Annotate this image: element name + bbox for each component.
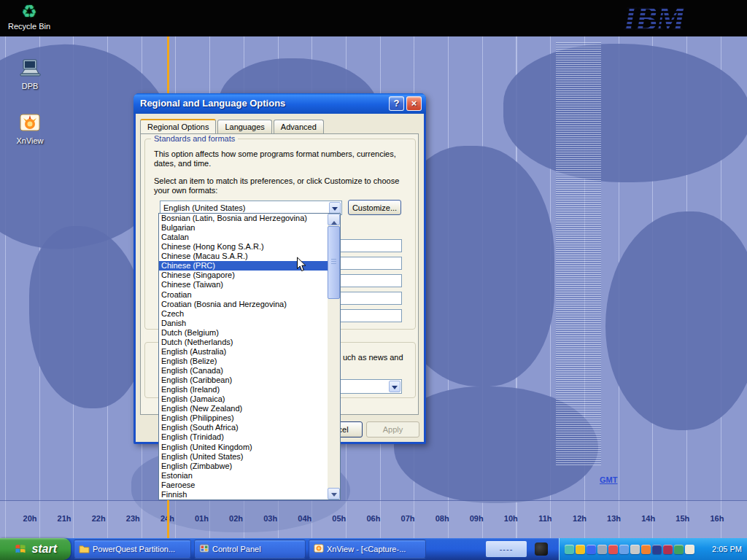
tab-strip: Regional Options Languages Advanced xyxy=(140,120,325,133)
locale-option[interactable]: English (United States) xyxy=(159,452,328,462)
locale-option[interactable]: English (Jamaica) xyxy=(159,394,328,404)
locale-option[interactable]: Bosnian (Latin, Bosnia and Herzegovina) xyxy=(159,214,328,223)
locale-option[interactable]: English (Ireland) xyxy=(159,385,328,394)
locale-option[interactable]: English (Canada) xyxy=(159,366,328,376)
scrollbar-down-button[interactable] xyxy=(328,488,340,499)
description-text: dates, and time. xyxy=(154,159,211,168)
group-title: Standards and formats xyxy=(151,134,238,143)
apply-button[interactable]: Apply xyxy=(366,421,419,438)
xnview-icon xyxy=(314,543,324,555)
dropdown-arrow-button[interactable] xyxy=(389,381,400,392)
dropdown-scrollbar[interactable] xyxy=(328,214,340,499)
timezone-label: 14h xyxy=(638,514,659,523)
taskbar: start PowerQuest Partition... Control Pa… xyxy=(0,538,747,560)
timezone-label: 07h xyxy=(397,514,419,523)
locale-option[interactable]: Dutch (Belgium) xyxy=(159,328,328,338)
tray-icon[interactable] xyxy=(641,545,651,554)
tray-icon[interactable] xyxy=(597,545,607,554)
customize-button[interactable]: Customize... xyxy=(348,200,401,215)
taskbar-misc-icon[interactable] xyxy=(535,542,548,556)
locale-option[interactable]: English (Zimbabwe) xyxy=(159,462,328,471)
timezone-label: 21h xyxy=(53,514,75,523)
top-black-bar: ♻ Recycle Bin IBM xyxy=(0,0,747,36)
timezone-label: 03h xyxy=(260,514,282,523)
timezone-label: 01h xyxy=(190,514,212,523)
timezone-label: 10h xyxy=(500,514,522,523)
timezone-label: 04h xyxy=(294,514,316,523)
tab-regional-options[interactable]: Regional Options xyxy=(140,119,216,133)
taskbar-button-control-panel[interactable]: Control Panel xyxy=(194,540,306,559)
timezone-label: 13h xyxy=(603,514,625,523)
timezone-label: 20h xyxy=(19,514,41,523)
locale-option[interactable]: English (Australia) xyxy=(159,347,328,357)
start-button[interactable]: start xyxy=(0,538,71,560)
locale-option[interactable]: English (Philippines) xyxy=(159,413,328,423)
scrollbar-up-button[interactable] xyxy=(328,214,340,225)
ibm-logo: IBM xyxy=(624,0,684,36)
locale-option[interactable]: English (Caribbean) xyxy=(159,376,328,385)
taskbar-button-powerquest[interactable]: PowerQuest Partition... xyxy=(74,540,191,559)
chevron-down-icon xyxy=(392,386,398,392)
dpb-desktop-icon[interactable]: DPB xyxy=(9,58,51,90)
locale-option[interactable]: Finnish xyxy=(159,490,328,499)
tray-icon[interactable] xyxy=(685,545,694,554)
desktop: GMT 20h21h22h23h24h01h02h03h04h05h06h07h… xyxy=(0,0,747,560)
tray-icon[interactable] xyxy=(587,545,596,554)
tray-icon[interactable] xyxy=(576,545,585,554)
tray-icon[interactable] xyxy=(663,545,673,554)
locale-option[interactable]: Chinese (Macau S.A.R.) xyxy=(159,252,328,261)
timezone-label: 11h xyxy=(534,514,556,523)
locale-option[interactable]: Chinese (Hong Kong S.A.R.) xyxy=(159,242,328,252)
timezone-label: 06h xyxy=(363,514,384,523)
locale-option[interactable]: English (South Africa) xyxy=(159,423,328,432)
locale-option[interactable]: English (New Zealand) xyxy=(159,404,328,413)
locale-option[interactable]: Dutch (Netherlands) xyxy=(159,338,328,347)
close-button[interactable]: × xyxy=(406,96,422,111)
scrollbar-thumb[interactable] xyxy=(328,226,340,299)
taskbar-button-label: Control Panel xyxy=(212,545,261,553)
tab-languages[interactable]: Languages xyxy=(217,120,271,133)
taskbar-button-label: XnView - [<Capture-... xyxy=(327,545,406,553)
dialog-titlebar[interactable]: Regional and Language Options ? × xyxy=(133,93,426,114)
tray-icon[interactable] xyxy=(652,545,662,554)
locale-option[interactable]: English (Belize) xyxy=(159,357,328,366)
locale-option[interactable]: Chinese (PRC) xyxy=(159,261,328,271)
recycle-bin-desktop-icon[interactable]: ♻ Recycle Bin xyxy=(6,1,53,31)
tray-icon[interactable] xyxy=(565,545,574,554)
map-landmass xyxy=(29,226,146,408)
xnview-desktop-icon[interactable]: XnView xyxy=(9,112,51,145)
locale-option[interactable]: Croatian xyxy=(159,290,328,300)
timezone-labels-row: 20h21h22h23h24h01h02h03h04h05h06h07h08h0… xyxy=(19,514,728,523)
tab-advanced[interactable]: Advanced xyxy=(274,120,324,133)
locale-option[interactable]: English (United Kingdom) xyxy=(159,443,328,452)
locale-option[interactable]: Faeroese xyxy=(159,481,328,490)
timezone-label: 02h xyxy=(225,514,247,523)
tray-icon[interactable] xyxy=(619,545,629,554)
dpb-label: DPB xyxy=(9,82,51,90)
instruction-text: your own formats: xyxy=(154,186,217,195)
locale-option[interactable]: Bulgarian xyxy=(159,223,328,233)
locale-option[interactable]: Danish xyxy=(159,319,328,328)
taskbar-clock[interactable]: 2:05 PM xyxy=(712,538,742,560)
dropdown-arrow-button[interactable] xyxy=(329,202,341,214)
tray-icon[interactable] xyxy=(608,545,618,554)
scroll-up-icon xyxy=(331,218,337,225)
timezone-label: 12h xyxy=(569,514,591,523)
locale-option[interactable]: Croatian (Bosnia and Herzegovina) xyxy=(159,300,328,309)
locale-option[interactable]: Chinese (Singapore) xyxy=(159,271,328,280)
locale-option[interactable]: Chinese (Taiwan) xyxy=(159,280,328,289)
recycle-bin-icon: ♻ xyxy=(6,1,53,22)
taskbar-button-xnview[interactable]: XnView - [<Capture-... xyxy=(309,540,426,559)
help-button[interactable]: ? xyxy=(389,96,404,111)
locale-combobox-value: English (United States) xyxy=(163,203,246,212)
locale-option[interactable]: Estonian xyxy=(159,471,328,481)
dialog-title: Regional and Language Options xyxy=(140,98,285,109)
locale-dropdown-list: Bosnian (Latin, Bosnia and Herzegovina)B… xyxy=(158,213,341,500)
locale-option[interactable]: Catalan xyxy=(159,233,328,242)
taskbar-toolbar-band[interactable]: ---- xyxy=(486,541,527,557)
tray-icon[interactable] xyxy=(630,545,640,554)
locale-option[interactable]: English (Trinidad) xyxy=(159,432,328,442)
date-line-hatch-band xyxy=(556,42,601,465)
locale-option[interactable]: Czech xyxy=(159,309,328,319)
tray-icon[interactable] xyxy=(674,545,684,554)
